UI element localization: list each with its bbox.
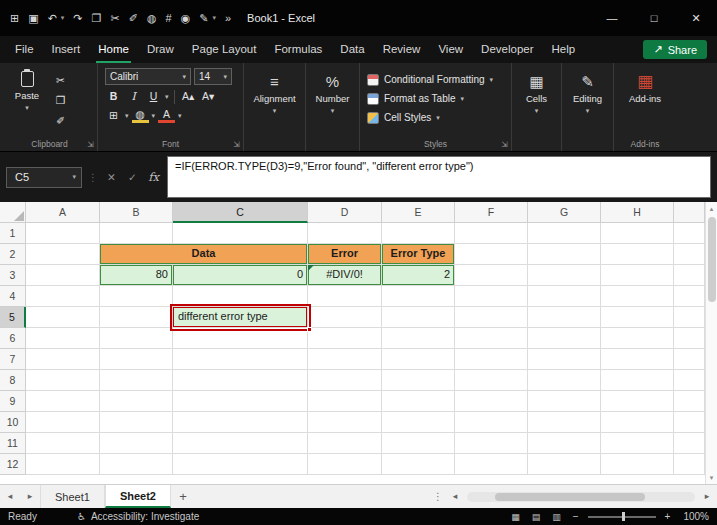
undo-icon[interactable]: ↶ (48, 12, 57, 25)
font-color-chevron-icon[interactable]: ▾ (178, 112, 182, 120)
cell-D4[interactable] (308, 286, 382, 307)
cell-D3[interactable]: #DIV/0! (308, 265, 382, 286)
cell-G3[interactable] (528, 265, 601, 286)
cell-F7[interactable] (455, 349, 528, 370)
column-header-B[interactable]: B (100, 202, 173, 223)
cell-B2[interactable]: Data (100, 244, 308, 265)
cell-F10[interactable] (455, 412, 528, 433)
cell-H6[interactable] (601, 328, 674, 349)
formula-bar-splitter-icon[interactable]: ⋮ (88, 172, 98, 183)
column-header-H[interactable]: H (601, 202, 674, 223)
cut-icon[interactable]: ✂ (110, 12, 119, 25)
cell-H12[interactable] (601, 454, 674, 475)
fill-handle[interactable] (307, 327, 312, 332)
row-header-3[interactable]: 3 (0, 265, 26, 286)
cell-E1[interactable] (382, 223, 455, 244)
format-painter-button[interactable]: ✐ (52, 113, 69, 128)
hscroll-right-icon[interactable]: ▸ (697, 485, 717, 508)
cell-E11[interactable] (382, 433, 455, 454)
row-header-10[interactable]: 10 (0, 412, 26, 433)
undo-chevron-icon[interactable]: ▾ (61, 14, 65, 22)
cell-D2[interactable]: Error (308, 244, 382, 265)
underline-button[interactable]: U (145, 89, 162, 104)
cell-B12[interactable] (100, 454, 173, 475)
column-header-E[interactable]: E (382, 202, 455, 223)
row-header-5[interactable]: 5 (0, 307, 26, 328)
cell-G12[interactable] (528, 454, 601, 475)
cell-G2[interactable] (528, 244, 601, 265)
sheet-tab-sheet1[interactable]: Sheet1 (40, 485, 105, 508)
cell-B4[interactable] (100, 286, 173, 307)
clipboard-dialog-launcher-icon[interactable]: ⇲ (87, 140, 94, 149)
cell-E2[interactable]: Error Type (382, 244, 455, 265)
cell-F3[interactable] (455, 265, 528, 286)
row-header-1[interactable]: 1 (0, 223, 26, 244)
cell-H3[interactable] (601, 265, 674, 286)
cell-G11[interactable] (528, 433, 601, 454)
cell-D10[interactable] (308, 412, 382, 433)
cell-F2[interactable] (455, 244, 528, 265)
column-header-D[interactable]: D (308, 202, 382, 223)
row-header-6[interactable]: 6 (0, 328, 26, 349)
cell-G4[interactable] (528, 286, 601, 307)
copy-button[interactable]: ❐ (52, 93, 69, 108)
cell-E5[interactable] (382, 307, 455, 328)
cell-C11[interactable] (173, 433, 308, 454)
tab-review[interactable]: Review (374, 36, 430, 63)
tab-page-layout[interactable]: Page Layout (183, 36, 266, 63)
hscroll-left-icon[interactable]: ◂ (445, 485, 465, 508)
cell-H8[interactable] (601, 370, 674, 391)
column-header-F[interactable]: F (455, 202, 528, 223)
cell-E12[interactable] (382, 454, 455, 475)
tab-view[interactable]: View (429, 36, 472, 63)
number-format-icon[interactable]: # (166, 12, 172, 24)
cell-E7[interactable] (382, 349, 455, 370)
zoom-in-button[interactable]: + (662, 511, 674, 522)
conditional-formatting-button[interactable]: Conditional Formatting ▾ (367, 70, 504, 89)
sheet-nav-right-icon[interactable]: ▸ (20, 485, 40, 508)
cell-H2[interactable] (601, 244, 674, 265)
cell-A1[interactable] (26, 223, 100, 244)
cell-D6[interactable] (308, 328, 382, 349)
cell-D5[interactable] (308, 307, 382, 328)
zoom-slider-thumb[interactable] (622, 512, 625, 521)
cell-G7[interactable] (528, 349, 601, 370)
cell-C3[interactable]: 0 (173, 265, 308, 286)
cell-D9[interactable] (308, 391, 382, 412)
tab-home[interactable]: Home (89, 36, 138, 63)
cell-C12[interactable] (173, 454, 308, 475)
bold-button[interactable]: B (105, 89, 122, 104)
insert-function-icon[interactable]: fx (146, 170, 161, 184)
cell-A12[interactable] (26, 454, 100, 475)
cell-F1[interactable] (455, 223, 528, 244)
cell-B6[interactable] (100, 328, 173, 349)
decrease-font-button[interactable]: A▾ (200, 89, 217, 104)
cell-E3[interactable]: 2 (382, 265, 455, 286)
styles-dialog-launcher-icon[interactable]: ⇲ (501, 140, 508, 149)
cell-E10[interactable] (382, 412, 455, 433)
cell-H9[interactable] (601, 391, 674, 412)
cell-D7[interactable] (308, 349, 382, 370)
cancel-icon[interactable]: ✕ (104, 171, 119, 183)
scroll-down-icon[interactable]: ▾ (710, 471, 714, 484)
cell-styles-button[interactable]: Cell Styles ▾ (367, 108, 504, 127)
share-button[interactable]: ↗ Share (643, 40, 707, 59)
new-sheet-button[interactable]: + (171, 485, 195, 508)
number-button[interactable]: % Number ▾ (313, 74, 352, 115)
tab-file[interactable]: File (6, 36, 43, 63)
paste-button[interactable]: Paste ▾ (9, 71, 45, 128)
borders-button[interactable]: ⊞ (105, 108, 122, 123)
cell-G9[interactable] (528, 391, 601, 412)
font-size-select[interactable]: 14 ▾ (194, 68, 232, 85)
cell-H7[interactable] (601, 349, 674, 370)
cell-F9[interactable] (455, 391, 528, 412)
cell-B11[interactable] (100, 433, 173, 454)
cell-D12[interactable] (308, 454, 382, 475)
enter-icon[interactable]: ✓ (125, 171, 140, 183)
italic-button[interactable]: I (125, 89, 142, 104)
close-button[interactable]: ✕ (675, 0, 717, 36)
cell-G10[interactable] (528, 412, 601, 433)
row-header-4[interactable]: 4 (0, 286, 26, 307)
borders-chevron-icon[interactable]: ▾ (125, 112, 129, 120)
tab-help[interactable]: Help (543, 36, 585, 63)
